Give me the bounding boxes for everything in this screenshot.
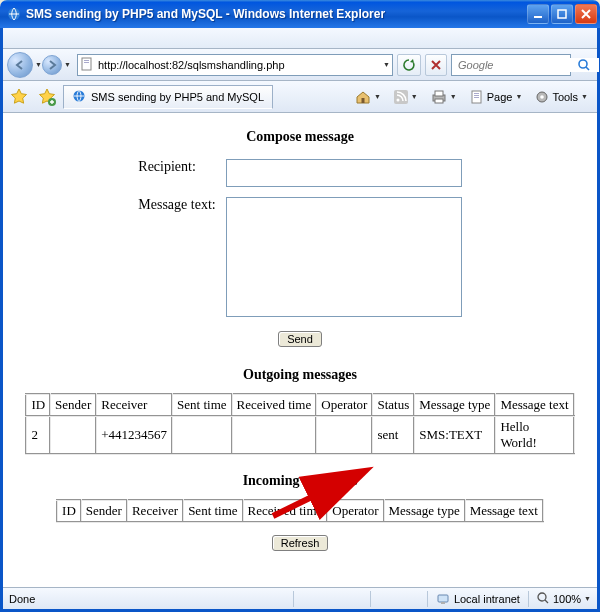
browser-tab[interactable]: SMS sending by PHP5 and MySQL	[63, 85, 273, 109]
col-msg-text: Message text	[495, 394, 573, 416]
window-titlebar: SMS sending by PHP5 and MySQL - Windows …	[0, 0, 600, 28]
address-dropdown[interactable]: ▼	[383, 61, 390, 68]
col-sent-time: Sent time	[172, 394, 231, 416]
page-menu[interactable]: Page▼	[465, 86, 528, 108]
cell-sent-time	[172, 416, 231, 454]
svg-rect-2	[558, 10, 566, 18]
col-sent-time: Sent time	[183, 500, 242, 522]
refresh-page-button[interactable]: Refresh	[272, 535, 329, 551]
search-box[interactable]	[451, 54, 571, 76]
cell-sender	[50, 416, 96, 454]
svg-rect-17	[474, 95, 479, 96]
home-button[interactable]: ▼	[350, 86, 386, 108]
col-receiver: Receiver	[96, 394, 172, 416]
table-header-row: ID Sender Receiver Sent time Received ti…	[57, 500, 543, 522]
zoom-icon	[537, 592, 550, 605]
maximize-button[interactable]	[551, 4, 573, 24]
feeds-button[interactable]: ▼	[389, 86, 423, 108]
incoming-heading: Incoming messages	[23, 473, 577, 489]
svg-rect-13	[435, 91, 443, 96]
ie-icon	[72, 89, 86, 105]
page-icon	[80, 57, 94, 73]
svg-rect-14	[435, 99, 443, 103]
ie-icon	[6, 6, 22, 22]
svg-rect-23	[441, 602, 445, 604]
close-button[interactable]	[575, 4, 597, 24]
window-title: SMS sending by PHP5 and MySQL - Windows …	[26, 7, 527, 21]
address-input[interactable]	[98, 57, 379, 73]
col-received-time: Received time	[232, 394, 317, 416]
svg-rect-1	[534, 16, 542, 18]
cell-status: sent	[372, 416, 414, 454]
compose-heading: Compose message	[23, 129, 577, 145]
svg-rect-16	[474, 93, 479, 94]
forward-button[interactable]	[42, 55, 62, 75]
cell-receiver: +441234567	[96, 416, 172, 454]
minimize-button[interactable]	[527, 4, 549, 24]
status-text: Done	[9, 593, 35, 605]
back-button[interactable]	[7, 52, 33, 78]
col-status: Status	[372, 394, 414, 416]
col-id: ID	[26, 394, 50, 416]
outgoing-heading: Outgoing messages	[23, 367, 577, 383]
recipient-input[interactable]	[226, 159, 462, 187]
outgoing-table: ID Sender Receiver Sent time Received ti…	[25, 393, 574, 455]
search-button[interactable]	[575, 55, 593, 75]
status-bar: Done Local intranet 100% ▼	[3, 587, 597, 609]
page-content: Compose message Recipient: Message text:…	[3, 113, 597, 587]
col-sender: Sender	[50, 394, 96, 416]
tab-title: SMS sending by PHP5 and MySQL	[91, 91, 264, 103]
add-favorite-button[interactable]	[35, 85, 59, 109]
col-msg-type: Message type	[414, 394, 495, 416]
col-operator: Operator	[327, 500, 383, 522]
computer-icon	[436, 592, 450, 606]
cell-id: 2	[26, 416, 50, 454]
col-operator: Operator	[316, 394, 372, 416]
svg-point-11	[396, 98, 399, 101]
svg-rect-9	[361, 98, 364, 103]
svg-rect-5	[84, 62, 89, 63]
security-zone: Local intranet	[436, 592, 520, 606]
table-row: 2 +441234567 sent SMS:TEXT Hello World!	[26, 416, 573, 454]
svg-rect-4	[84, 60, 89, 61]
refresh-button[interactable]	[397, 54, 421, 76]
forward-history-dropdown[interactable]: ▼	[62, 61, 73, 68]
col-received-time: Received time	[243, 500, 328, 522]
address-toolbar: ▼ ▼ ▼	[3, 49, 597, 81]
svg-point-24	[538, 593, 546, 601]
send-button[interactable]: Send	[278, 331, 322, 347]
tools-menu[interactable]: Tools▼	[530, 86, 593, 108]
cell-operator	[316, 416, 372, 454]
address-bar[interactable]: ▼	[77, 54, 393, 76]
svg-point-20	[541, 95, 545, 99]
cell-received-time	[232, 416, 317, 454]
message-input[interactable]	[226, 197, 462, 317]
col-msg-type: Message type	[384, 500, 465, 522]
zoom-control[interactable]: 100% ▼	[537, 592, 591, 605]
svg-rect-3	[82, 58, 91, 70]
cell-msg-type: SMS:TEXT	[414, 416, 495, 454]
tab-toolbar: SMS sending by PHP5 and MySQL ▼ ▼ ▼ Page…	[3, 81, 597, 113]
col-receiver: Receiver	[127, 500, 183, 522]
stop-button[interactable]	[425, 54, 447, 76]
print-button[interactable]: ▼	[426, 86, 462, 108]
recipient-label: Recipient:	[134, 157, 219, 193]
col-sender: Sender	[81, 500, 127, 522]
menu-bar	[3, 28, 597, 49]
table-header-row: ID Sender Receiver Sent time Received ti…	[26, 394, 573, 416]
incoming-table: ID Sender Receiver Sent time Received ti…	[56, 499, 544, 523]
message-label: Message text:	[134, 195, 219, 323]
col-msg-text: Message text	[465, 500, 543, 522]
svg-rect-22	[438, 595, 448, 602]
favorites-button[interactable]	[7, 85, 31, 109]
col-id: ID	[57, 500, 81, 522]
svg-rect-18	[474, 97, 479, 98]
svg-point-6	[579, 60, 587, 68]
cell-msg-text: Hello World!	[495, 416, 573, 454]
